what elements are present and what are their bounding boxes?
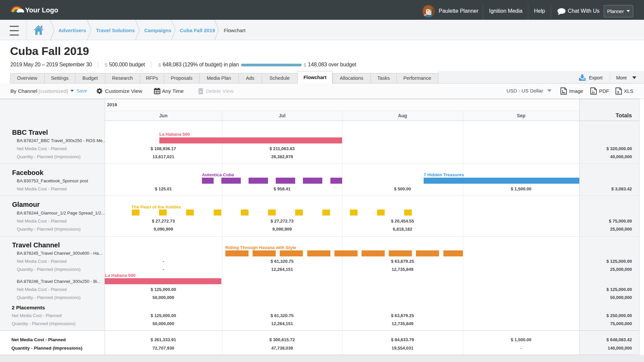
svg-text:x: x bbox=[617, 90, 620, 94]
